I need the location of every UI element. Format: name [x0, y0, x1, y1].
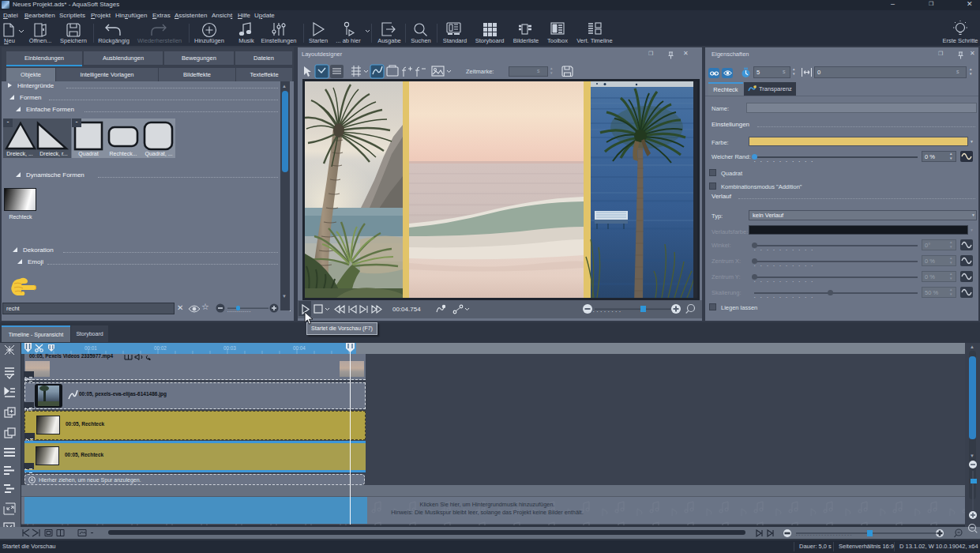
- svg-text:00:04: 00:04: [293, 345, 306, 351]
- svg-text:00:01: 00:01: [84, 345, 97, 351]
- svg-text:00:03: 00:03: [223, 345, 236, 351]
- svg-text:00:02: 00:02: [154, 345, 167, 351]
